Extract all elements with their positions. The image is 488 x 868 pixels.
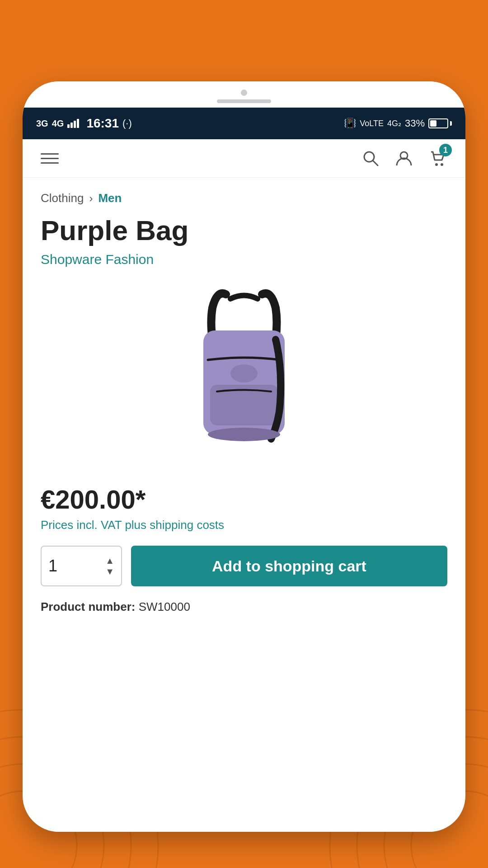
- price-note: Prices incl. VAT plus shipping costs: [41, 518, 447, 532]
- hamburger-line-3: [41, 162, 59, 164]
- phone-camera: [241, 90, 247, 96]
- svg-point-12: [441, 163, 443, 166]
- add-to-cart-button[interactable]: Add to shopping cart: [131, 546, 447, 586]
- account-button[interactable]: [394, 148, 414, 168]
- app-content: 1 Clothing › Men Purple Bag Shopware Fas…: [23, 139, 465, 627]
- vibrate-icon: 📳: [344, 118, 356, 129]
- search-button[interactable]: [361, 148, 380, 168]
- nav-icons: 1: [361, 148, 447, 168]
- status-right: 📳 VoLTE 4G₂ 33%: [344, 118, 452, 129]
- phone-frame: 3G 4G 16:31 (·) 📳 VoLTE 4G₂ 33%: [23, 81, 465, 832]
- product-number: Product number: SW10000: [41, 600, 447, 614]
- product-brand[interactable]: Shopware Fashion: [41, 252, 447, 267]
- cart-button[interactable]: 1: [427, 148, 447, 168]
- product-title: Purple Bag: [41, 214, 447, 246]
- nav-bar: 1: [23, 139, 465, 178]
- product-number-label: Product number:: [41, 600, 135, 613]
- hamburger-menu[interactable]: [41, 153, 59, 164]
- breadcrumb: Clothing › Men: [41, 191, 447, 205]
- breadcrumb-current[interactable]: Men: [98, 191, 122, 205]
- account-icon: [395, 149, 413, 167]
- product-image-container: [41, 281, 447, 471]
- svg-line-9: [373, 160, 378, 165]
- svg-point-16: [230, 364, 258, 382]
- svg-point-11: [435, 163, 438, 166]
- network-indicator-4g: 4G: [52, 118, 64, 129]
- svg-point-15: [208, 428, 280, 441]
- status-left: 3G 4G 16:31 (·): [36, 116, 132, 131]
- phone-speaker: [217, 99, 271, 103]
- quantity-stepper[interactable]: 1 ▲ ▼: [41, 546, 122, 586]
- product-number-value: SW10000: [139, 600, 190, 613]
- lte-indicator: 4G₂: [387, 118, 401, 128]
- hamburger-line-2: [41, 158, 59, 159]
- battery-percent: 33%: [405, 118, 425, 129]
- time-display: 16:31: [86, 116, 119, 131]
- quantity-arrows: ▲ ▼: [105, 556, 114, 576]
- voip-indicator: VoLTE: [360, 119, 384, 128]
- battery-indicator: [428, 118, 452, 128]
- phone-notch: [23, 81, 465, 108]
- search-icon: [361, 149, 380, 167]
- breadcrumb-parent[interactable]: Clothing: [41, 191, 84, 205]
- quantity-down-arrow[interactable]: ▼: [105, 567, 114, 576]
- signal-bars: [67, 119, 79, 128]
- add-to-cart-section: 1 ▲ ▼ Add to shopping cart: [41, 546, 447, 586]
- product-image: [172, 285, 316, 466]
- network-indicator: 3G: [36, 118, 48, 129]
- product-content: Clothing › Men Purple Bag Shopware Fashi…: [23, 178, 465, 627]
- quantity-up-arrow[interactable]: ▲: [105, 556, 114, 565]
- cart-badge: 1: [439, 144, 452, 156]
- product-price: €200.00*: [41, 484, 447, 514]
- quantity-value: 1: [48, 557, 57, 576]
- hamburger-line-1: [41, 153, 59, 155]
- breadcrumb-separator: ›: [89, 192, 93, 205]
- wifi-icon: (·): [122, 118, 132, 129]
- status-bar: 3G 4G 16:31 (·) 📳 VoLTE 4G₂ 33%: [23, 108, 465, 139]
